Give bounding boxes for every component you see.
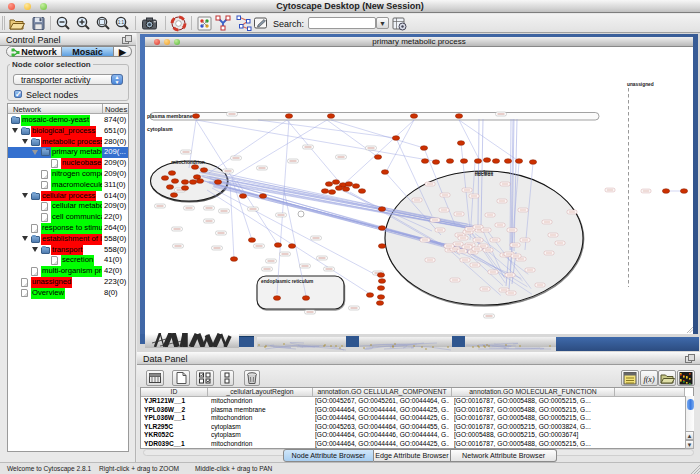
svg-text:mitochondrion: mitochondrion [171, 160, 205, 165]
svg-text:endoplasmic reticulum: endoplasmic reticulum [261, 279, 313, 284]
svg-text:f(x): f(x) [643, 375, 654, 384]
svg-text:unassigned: unassigned [627, 82, 654, 87]
svg-text:cytoplasm: cytoplasm [147, 126, 173, 132]
svg-text:1:1: 1:1 [118, 20, 125, 25]
svg-text:nucleus: nucleus [475, 172, 494, 177]
svg-text:plasma membrane: plasma membrane [147, 113, 193, 119]
